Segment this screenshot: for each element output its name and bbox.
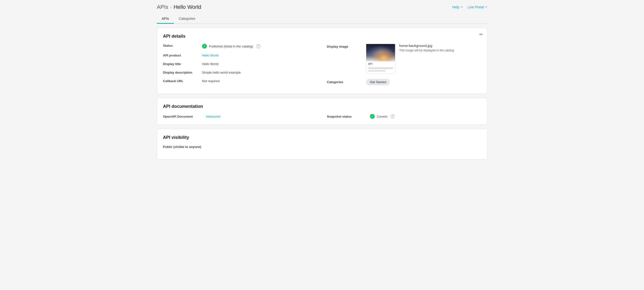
display-desc-row: Display description Simple hello world e…	[163, 71, 317, 74]
status-label: Status	[163, 44, 202, 48]
live-portal-label: Live Portal	[468, 5, 484, 9]
image-description: This image will be displayed in the cata…	[399, 49, 454, 52]
api-documentation-title: API documentation	[163, 104, 481, 109]
doc-content: OpenAPI Document helloworld Snapshot sta…	[163, 114, 481, 119]
breadcrumb-current: Hello World	[174, 4, 201, 10]
image-info: home-background.jpg This image will be d…	[399, 44, 454, 52]
image-api-label: API	[366, 61, 395, 66]
api-visibility-card: API visibility Public (visible to anyone…	[157, 129, 487, 160]
doc-right: Snapshot status ✓ Current ?	[327, 114, 481, 119]
api-details-right: Display image API home-background.jpg	[327, 44, 481, 88]
category-tag[interactable]: Get Started	[366, 79, 390, 85]
api-product-value[interactable]: Hello World	[202, 54, 218, 57]
live-portal-ext-icon: ↗	[485, 5, 487, 9]
callback-row: Callback URL Not required	[163, 79, 317, 83]
openapi-value[interactable]: helloworld	[206, 115, 220, 118]
api-documentation-card: API documentation OpenAPI Document hello…	[157, 98, 487, 125]
image-line-2	[368, 70, 386, 72]
rocket-image	[366, 44, 395, 61]
display-image-label: Display image	[327, 44, 366, 48]
status-badge: ✓ Published (listed in the catalog) ?	[202, 44, 260, 49]
api-visibility-title: API visibility	[163, 135, 481, 140]
rocket-visual	[366, 44, 395, 61]
display-title-label: Display title	[163, 62, 202, 66]
api-details-left: Status ✓ Published (listed in the catalo…	[163, 44, 317, 88]
help-ext-icon: ↗	[460, 5, 463, 9]
api-details-title: API details	[163, 34, 481, 39]
tabs-row: APIs Categories	[157, 14, 487, 24]
tab-categories[interactable]: Categories	[174, 14, 200, 24]
status-help-icon[interactable]: ?	[256, 44, 260, 48]
header-row: APIs › Hello World Help ↗ Live Portal ↗	[157, 4, 487, 10]
api-product-label: API product	[163, 54, 202, 57]
snapshot-help-icon[interactable]: ?	[391, 114, 394, 118]
breadcrumb-separator: ›	[170, 5, 172, 10]
categories-row: Categories Get Started	[327, 79, 481, 85]
tab-apis[interactable]: APIs	[157, 14, 174, 24]
help-link-label: Help	[452, 5, 459, 9]
doc-left: OpenAPI Document helloworld	[163, 115, 317, 118]
breadcrumb-parent[interactable]: APIs	[157, 4, 168, 10]
api-details-content: Status ✓ Published (listed in the catalo…	[163, 44, 481, 88]
edit-button[interactable]: ✏	[479, 32, 483, 37]
image-line-1	[368, 67, 393, 69]
snapshot-check-icon: ✓	[370, 114, 375, 119]
display-image-section: API home-background.jpg This image will …	[366, 44, 454, 74]
visibility-label: Public (visible to anyone)	[163, 145, 202, 149]
visibility-row: Public (visible to anyone)	[163, 145, 481, 149]
callback-label: Callback URL	[163, 79, 202, 83]
display-image-row: Display image API home-background.jpg	[327, 44, 481, 74]
status-row: Status ✓ Published (listed in the catalo…	[163, 44, 317, 49]
snapshot-label: Snapshot status	[327, 115, 366, 118]
top-links: Help ↗ Live Portal ↗	[452, 5, 487, 9]
display-desc-value: Simple hello world example	[202, 71, 241, 74]
display-title-row: Display title Hello World	[163, 62, 317, 66]
openapi-label: OpenAPI Document	[163, 115, 202, 118]
snapshot-value: Current	[377, 115, 387, 118]
status-value: Published (listed in the catalog)	[209, 45, 253, 48]
display-desc-label: Display description	[163, 71, 202, 74]
snapshot-status: ✓ Current ?	[370, 114, 394, 119]
callback-value: Not required	[202, 79, 220, 83]
status-check-icon: ✓	[202, 44, 207, 49]
image-filename: home-background.jpg	[399, 44, 454, 48]
display-title-value: Hello World	[202, 62, 218, 66]
breadcrumb: APIs › Hello World	[157, 4, 201, 10]
api-product-row: API product Hello World	[163, 54, 317, 57]
live-portal-link[interactable]: Live Portal ↗	[468, 5, 487, 9]
api-details-card: ✏ API details Status ✓ Published (listed…	[157, 28, 487, 94]
categories-label: Categories	[327, 80, 366, 84]
help-link[interactable]: Help ↗	[452, 5, 463, 9]
image-preview: API	[366, 44, 395, 74]
